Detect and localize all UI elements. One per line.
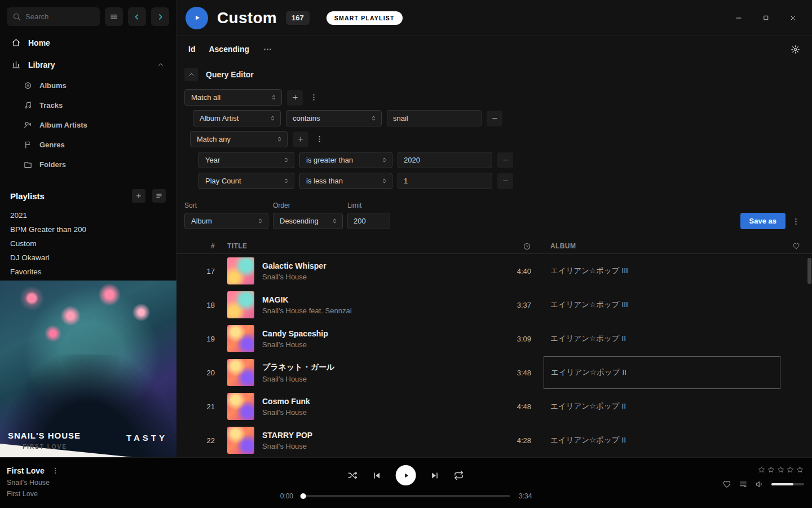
queue-icon[interactable] bbox=[739, 480, 748, 489]
rule-value-input[interactable] bbox=[387, 110, 482, 126]
limit-input[interactable] bbox=[347, 213, 390, 229]
track-title[interactable]: STARRY POP bbox=[262, 431, 312, 440]
column-header-index[interactable]: # bbox=[176, 242, 219, 250]
sidebar-item-albums[interactable]: Albums bbox=[0, 76, 176, 95]
sidebar-item-tracks[interactable]: Tracks bbox=[0, 95, 176, 115]
track-artist[interactable]: Snail's House bbox=[262, 442, 312, 450]
favorite-icon[interactable] bbox=[722, 480, 731, 489]
sort-select[interactable]: Album bbox=[184, 213, 268, 229]
sidebar-item-folders[interactable]: Folders bbox=[0, 155, 176, 174]
column-header-album[interactable]: ALBUM bbox=[544, 242, 780, 250]
window-maximize-button[interactable] bbox=[760, 12, 771, 24]
search-box[interactable] bbox=[7, 7, 100, 26]
scrollbar-thumb[interactable] bbox=[807, 258, 811, 284]
track-artist[interactable]: Snail's House bbox=[262, 408, 310, 417]
playlist-item[interactable]: Favorites bbox=[0, 265, 176, 279]
seek-handle[interactable] bbox=[301, 493, 306, 499]
rule-value-input[interactable] bbox=[398, 173, 492, 189]
nav-forward-button[interactable] bbox=[151, 7, 169, 26]
sidebar-item-library[interactable]: Library bbox=[0, 54, 176, 76]
sidebar-item-album-artists[interactable]: Album Artists bbox=[0, 115, 176, 135]
now-playing-menu-icon[interactable] bbox=[51, 467, 59, 475]
rule-field-select[interactable]: Album Artist bbox=[193, 110, 281, 126]
track-album[interactable]: エイリアン☆ポップ III bbox=[544, 288, 780, 321]
table-row[interactable]: 22 STARRY POP Snail's House 4:28 エイリアン☆ポ… bbox=[176, 423, 812, 457]
table-row[interactable]: 19 Candy Spaceship Snail's House 3:09 エイ… bbox=[176, 322, 812, 356]
rule-field-select[interactable]: Year bbox=[198, 152, 294, 168]
star-icon[interactable] bbox=[776, 466, 785, 474]
previous-track-icon[interactable] bbox=[372, 471, 382, 480]
playlist-item[interactable]: DJ Okawari bbox=[0, 251, 176, 265]
shuffle-icon[interactable] bbox=[348, 470, 358, 480]
play-pause-button[interactable] bbox=[396, 465, 416, 485]
repeat-icon[interactable] bbox=[454, 470, 464, 480]
sort-field-button[interactable]: Id bbox=[188, 45, 195, 54]
volume-icon[interactable] bbox=[755, 480, 764, 489]
track-artist[interactable]: Snail's House bbox=[262, 273, 326, 281]
order-select[interactable]: Descending bbox=[273, 213, 343, 229]
menu-button[interactable] bbox=[105, 7, 123, 26]
star-icon[interactable] bbox=[786, 466, 795, 474]
playlist-list-button[interactable] bbox=[152, 189, 166, 203]
track-title[interactable]: Galactic Whisper bbox=[262, 261, 326, 270]
add-group-rule-button[interactable] bbox=[293, 132, 308, 147]
table-row[interactable]: 17 Galactic Whisper Snail's House 4:40 エ… bbox=[176, 254, 812, 288]
track-album[interactable]: エイリアン☆ポップ II bbox=[544, 424, 780, 457]
playlist-item[interactable]: Custom bbox=[0, 237, 176, 251]
next-track-icon[interactable] bbox=[430, 471, 440, 480]
add-rule-button[interactable] bbox=[287, 90, 303, 106]
nav-back-button[interactable] bbox=[128, 7, 146, 26]
rule-operator-select[interactable]: contains bbox=[286, 110, 382, 126]
search-input[interactable] bbox=[25, 12, 94, 21]
gear-icon[interactable] bbox=[791, 45, 800, 54]
playlist-item[interactable]: BPM Greater than 200 bbox=[0, 222, 176, 237]
sidebar-item-home[interactable]: Home bbox=[0, 32, 176, 54]
rule-field-select[interactable]: Play Count bbox=[198, 173, 294, 189]
save-menu-icon[interactable] bbox=[790, 213, 801, 229]
match-type-select[interactable]: Match all bbox=[184, 89, 282, 106]
playlist-item[interactable]: 2021 bbox=[0, 208, 176, 222]
remove-rule-button[interactable] bbox=[497, 152, 513, 168]
track-album[interactable]: エイリアン☆ポップ II bbox=[544, 390, 780, 423]
star-icon[interactable] bbox=[757, 466, 766, 474]
rule-operator-select[interactable]: is greater than bbox=[299, 152, 392, 168]
track-title[interactable]: Candy Spaceship bbox=[262, 329, 328, 338]
seek-bar[interactable] bbox=[302, 495, 510, 497]
column-header-duration[interactable] bbox=[482, 242, 544, 251]
playlist-play-button[interactable] bbox=[186, 7, 208, 29]
group-menu-icon[interactable] bbox=[314, 132, 325, 147]
now-playing-artwork[interactable]: SNAIL'S HOUSE FIRST LOVE TASTY bbox=[0, 281, 176, 457]
track-artist[interactable]: Snail's House bbox=[262, 375, 334, 383]
sidebar-item-genres[interactable]: Genres bbox=[0, 135, 176, 155]
group-match-type-select[interactable]: Match any bbox=[190, 131, 288, 147]
add-playlist-button[interactable] bbox=[132, 189, 145, 203]
table-row[interactable]: 18 MAGIK Snail's House feat. Sennzai 3:3… bbox=[176, 288, 812, 322]
rule-operator-select[interactable]: is less than bbox=[299, 173, 392, 189]
rule-value-input[interactable] bbox=[398, 152, 492, 168]
sort-order-button[interactable]: Ascending bbox=[209, 45, 249, 54]
more-options-icon[interactable] bbox=[263, 45, 272, 54]
track-album[interactable]: エイリアン☆ポップ II bbox=[544, 356, 780, 389]
star-icon[interactable] bbox=[767, 466, 775, 474]
track-artist[interactable]: Snail's House feat. Sennzai bbox=[262, 306, 352, 315]
track-album[interactable]: エイリアン☆ポップ II bbox=[544, 322, 780, 355]
table-row[interactable]: 21 Cosmo Funk Snail's House 4:48 エイリアン☆ポ… bbox=[176, 389, 812, 423]
save-as-button[interactable]: Save as bbox=[740, 213, 785, 229]
now-playing-title[interactable]: First Love bbox=[7, 466, 45, 475]
track-album[interactable]: エイリアン☆ポップ III bbox=[544, 255, 780, 287]
track-title[interactable]: プラネット・ガール bbox=[262, 362, 334, 373]
collapse-query-editor-button[interactable] bbox=[184, 68, 198, 81]
window-minimize-button[interactable] bbox=[733, 12, 744, 24]
column-header-favorite[interactable] bbox=[780, 242, 812, 250]
now-playing-album[interactable]: First Love bbox=[7, 490, 59, 498]
remove-rule-button[interactable] bbox=[497, 173, 513, 189]
rule-group-menu-icon[interactable] bbox=[308, 90, 319, 106]
now-playing-artist[interactable]: Snail's House bbox=[7, 479, 59, 487]
window-close-button[interactable] bbox=[787, 12, 798, 24]
track-title[interactable]: Cosmo Funk bbox=[262, 397, 310, 406]
star-icon[interactable] bbox=[796, 466, 804, 474]
table-row[interactable]: 20 プラネット・ガール Snail's House 3:48 エイリアン☆ポッ… bbox=[176, 356, 812, 389]
chevron-up-icon[interactable] bbox=[157, 61, 165, 69]
column-header-title[interactable]: TITLE bbox=[219, 242, 482, 250]
remove-rule-button[interactable] bbox=[487, 111, 502, 126]
